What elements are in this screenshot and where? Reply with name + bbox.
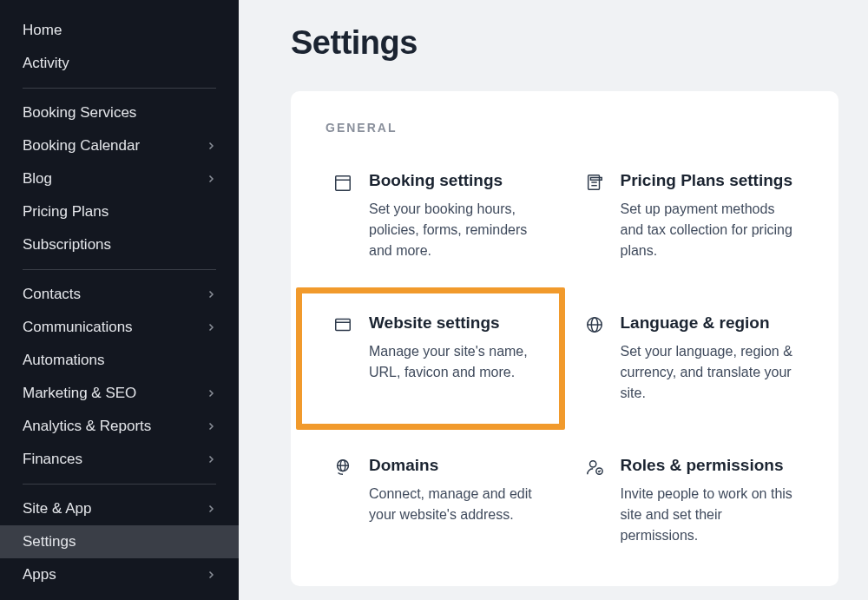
chevron-right-icon — [206, 421, 216, 432]
sidebar-item-booking-services[interactable]: Booking Services — [0, 96, 239, 129]
sidebar-item-label: Activity — [23, 55, 69, 72]
card-description: Set your language, region & currency, an… — [621, 341, 798, 404]
sidebar-item-booking-calendar[interactable]: Booking Calendar — [0, 129, 239, 162]
sidebar-item-label: Apps — [23, 566, 56, 584]
svg-rect-6 — [336, 320, 351, 331]
settings-card-domains[interactable]: DomainsConnect, manage and edit your web… — [326, 451, 553, 551]
card-title: Language & region — [621, 313, 798, 333]
sidebar-item-label: Communications — [23, 319, 133, 336]
chevron-right-icon — [206, 454, 216, 465]
sidebar-item-subscriptions[interactable]: Subscriptions — [0, 228, 239, 261]
card-title: Pricing Plans settings — [621, 171, 798, 190]
chevron-right-icon — [206, 322, 216, 333]
sidebar-item-communications[interactable]: Communications — [0, 311, 239, 344]
sidebar-item-label: Booking Services — [23, 104, 136, 122]
sidebar-item-label: Subscriptions — [23, 236, 111, 254]
settings-card-language-region[interactable]: Language & regionSet your language, regi… — [577, 308, 805, 409]
card-title: Booking settings — [369, 171, 546, 190]
sidebar-item-finances[interactable]: Finances — [0, 443, 239, 476]
calendar-icon — [332, 173, 353, 194]
chevron-right-icon — [206, 504, 216, 514]
sidebar-item-label: Finances — [23, 451, 82, 468]
card-description: Manage your site's name, URL, favicon an… — [369, 341, 546, 383]
card-title: Roles & permissions — [621, 456, 798, 475]
roles-icon — [584, 458, 605, 478]
sidebar-item-label: Pricing Plans — [23, 203, 108, 221]
card-description: Set your booking hours, policies, forms,… — [369, 199, 546, 261]
main-content: Settings GENERAL Booking settingsSet you… — [239, 0, 868, 600]
sidebar-item-label: Settings — [23, 533, 76, 551]
chevron-right-icon — [206, 388, 216, 399]
sidebar: HomeActivityBooking ServicesBooking Cale… — [0, 0, 239, 600]
settings-panel: GENERAL Booking settingsSet your booking… — [291, 91, 838, 586]
card-body: Language & regionSet your language, regi… — [621, 313, 798, 404]
sidebar-item-apps[interactable]: Apps — [0, 558, 239, 591]
sidebar-item-contacts[interactable]: Contacts — [0, 278, 239, 311]
svg-rect-3 — [590, 178, 602, 181]
card-title: Domains — [369, 456, 546, 475]
sidebar-divider — [23, 269, 216, 270]
card-body: Booking settingsSet your booking hours, … — [369, 171, 546, 261]
sidebar-item-label: Site & App — [23, 500, 91, 518]
page-title: Settings — [291, 24, 838, 62]
sidebar-item-analytics-reports[interactable]: Analytics & Reports — [0, 410, 239, 443]
sidebar-item-pricing-plans[interactable]: Pricing Plans — [0, 195, 239, 228]
chevron-right-icon — [206, 141, 216, 151]
chevron-right-icon — [206, 289, 216, 300]
sidebar-item-automations[interactable]: Automations — [0, 344, 239, 377]
chevron-right-icon — [206, 174, 216, 184]
sidebar-divider — [23, 88, 216, 89]
card-body: Website settingsManage your site's name,… — [369, 313, 546, 404]
card-body: Roles & permissionsInvite people to work… — [621, 456, 798, 546]
globe-hand-icon — [332, 458, 353, 478]
sidebar-item-blog[interactable]: Blog — [0, 162, 239, 195]
settings-cards-grid: Booking settingsSet your booking hours, … — [326, 166, 804, 551]
card-description: Invite people to work on this site and s… — [621, 484, 798, 546]
settings-card-roles-permissions[interactable]: Roles & permissionsInvite people to work… — [577, 451, 805, 551]
card-body: DomainsConnect, manage and edit your web… — [369, 456, 546, 546]
sidebar-item-settings[interactable]: Settings — [0, 525, 239, 558]
sidebar-item-label: Booking Calendar — [23, 137, 140, 155]
sidebar-item-site-app[interactable]: Site & App — [0, 492, 239, 525]
sidebar-item-label: Blog — [23, 170, 52, 188]
globe-icon — [584, 315, 605, 336]
section-label-general: GENERAL — [326, 121, 804, 135]
sidebar-item-marketing-seo[interactable]: Marketing & SEO — [0, 377, 239, 410]
card-title: Website settings — [369, 313, 546, 333]
sidebar-item-activity[interactable]: Activity — [0, 47, 239, 80]
settings-card-pricing-plans-settings[interactable]: Pricing Plans settingsSet up payment met… — [577, 166, 805, 267]
sidebar-item-label: Automations — [23, 352, 105, 369]
settings-card-booking-settings[interactable]: Booking settingsSet your booking hours, … — [326, 166, 553, 267]
sidebar-item-label: Contacts — [23, 286, 81, 303]
sidebar-divider — [23, 484, 216, 485]
sidebar-item-label: Analytics & Reports — [23, 418, 151, 435]
card-description: Set up payment methods and tax collectio… — [621, 199, 798, 261]
card-body: Pricing Plans settingsSet up payment met… — [621, 171, 798, 261]
chevron-right-icon — [206, 570, 216, 580]
card-description: Connect, manage and edit your website's … — [369, 484, 546, 525]
svg-rect-0 — [336, 176, 351, 191]
panel-icon — [332, 315, 353, 336]
svg-point-14 — [589, 461, 595, 467]
settings-card-website-settings[interactable]: Website settingsManage your site's name,… — [326, 308, 553, 409]
pricing-icon — [584, 173, 605, 194]
sidebar-item-home[interactable]: Home — [0, 14, 239, 47]
sidebar-item-label: Marketing & SEO — [23, 385, 136, 402]
sidebar-item-label: Home — [23, 22, 62, 39]
